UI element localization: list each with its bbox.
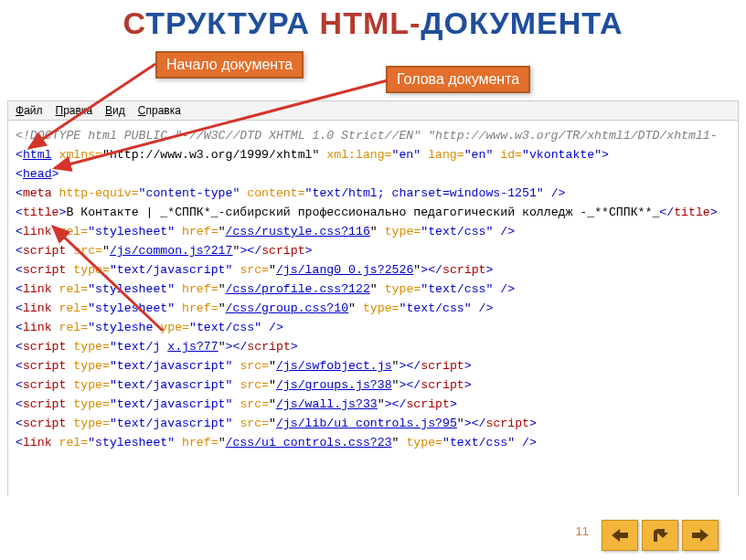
code-line: <html xmlns="http://www.w3.org/1999/xhtm… [16, 145, 734, 164]
code-line: <script type="text/j x.js?77"></script> [16, 337, 734, 356]
arrow-left-icon [610, 527, 630, 544]
code-line: <title>В Контакте | _*СППК*_-сибирский п… [16, 203, 734, 222]
nav-home-button[interactable] [642, 520, 678, 551]
code-line: <script type="text/javascript" src="/js/… [16, 260, 734, 280]
code-line: <link rel="stylesheet" href="/css/rustyl… [16, 222, 734, 241]
code-line: <link rel="styleshe ype="text/css" /> [16, 318, 734, 337]
callout-begin-doc: Начало документа [155, 51, 304, 79]
code-line: <head> [16, 164, 734, 184]
code-line: <script type="text/javascript" src="/js/… [16, 414, 734, 433]
code-line: <link rel="stylesheet" href="/css/profil… [16, 280, 734, 299]
slide-title: СТРУКТУРА HTML-ДОКУМЕНТА [0, 0, 746, 47]
code-line: <script type="text/javascript" src="/js/… [16, 395, 734, 414]
page-number: 11 [576, 524, 589, 538]
code-line: <script type="text/javascript" src="/js/… [16, 375, 734, 395]
menu-item[interactable]: Справка [138, 104, 181, 117]
nav-prev-button[interactable] [602, 520, 638, 551]
code-line: <script src="/js/common.js?217"></script… [16, 241, 734, 260]
nav-buttons [602, 520, 719, 551]
callout-head-doc: Голова документа [386, 66, 530, 93]
editor-menubar: ФайлПравкаВидСправка [7, 100, 739, 121]
code-line: <script type="text/javascript" src="/js/… [16, 356, 734, 375]
code-line: <link rel="stylesheet" href="/css/group.… [16, 299, 734, 318]
menu-item[interactable]: Правка [56, 104, 93, 117]
code-line: <link rel="stylesheet" href="/css/ui_con… [16, 433, 734, 452]
code-line: <!DOCTYPE html PUBLIC "-//W3C//DTD XHTML… [16, 126, 734, 145]
menu-item[interactable]: Файл [16, 104, 43, 117]
return-icon [650, 527, 670, 544]
html-source-viewer: <!DOCTYPE html PUBLIC "-//W3C//DTD XHTML… [7, 121, 739, 496]
arrow-right-icon [690, 527, 710, 544]
nav-next-button[interactable] [682, 520, 719, 551]
code-line: <meta http-equiv="content-type" content=… [16, 184, 734, 203]
menu-item[interactable]: Вид [105, 104, 125, 117]
